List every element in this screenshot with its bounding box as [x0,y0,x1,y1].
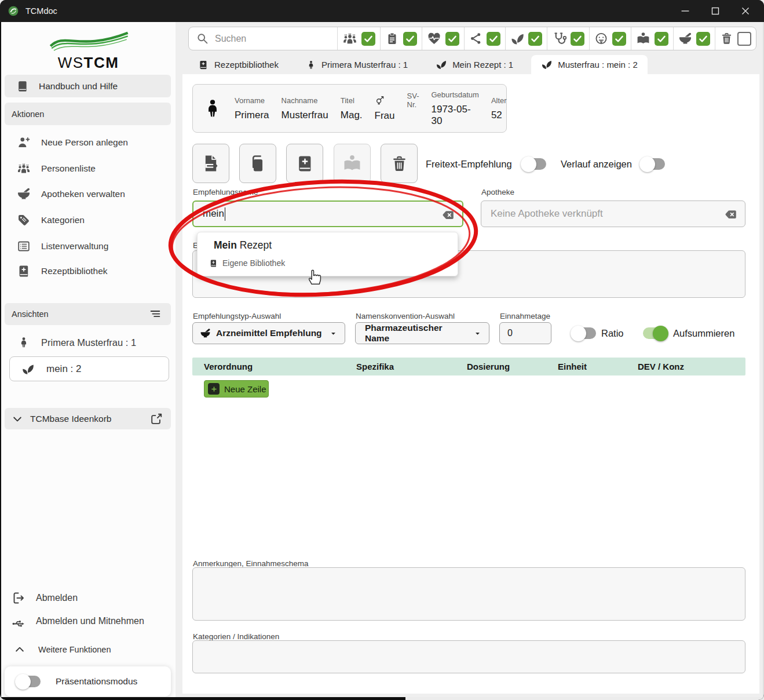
save-to-library-button[interactable] [286,144,323,183]
sidebar-item-weitere-funktionen[interactable]: Weitere Funktionen [5,640,171,659]
tab-primera-musterfrau[interactable]: Primera Musterfrau : 1 [297,55,418,74]
empfehlungstyp-select[interactable]: Arzneimittel Empfehlung [192,322,345,344]
stethoscope-icon [552,31,566,46]
filter-checkbox-trash[interactable] [737,32,751,46]
anmerkungen-textarea[interactable] [192,567,745,621]
tab-rezeptbibliothek[interactable]: Rezeptbibliothek [188,55,288,74]
sidebar-item-label: Neue Person anlegen [41,137,128,148]
sidebar-item-kategorien[interactable]: Kategorien [5,208,171,232]
maximize-icon [709,5,722,17]
export-recommendation-button[interactable] [192,144,229,183]
sidebar-item-listenverwaltung[interactable]: Listenverwaltung [5,234,171,258]
prescription-table-header: Verordnung Spezifika Dosierung Einheit D… [192,358,745,375]
einnahmetage-input[interactable]: 0 [499,322,551,344]
people-group-icon [342,31,357,46]
filter-group-tongue[interactable] [589,27,631,50]
view-item-label: Primera Musterfrau : 1 [41,337,136,348]
list-icon [17,239,31,253]
tab-mein-rezept[interactable]: Mein Rezept : 1 [426,55,523,74]
kategorien-textarea[interactable] [192,640,745,673]
view-item-mein-selected[interactable]: mein : 2 [9,356,169,381]
einnahmetage-value: 0 [507,328,513,338]
app-logo-icon [8,5,19,17]
check-icon [572,34,583,44]
filter-checkbox-pharmacy[interactable] [696,32,710,46]
filter-checkbox-anamnesis[interactable] [403,32,417,46]
filter-checkbox-diagnosis[interactable] [571,32,584,46]
filter-group-vitals[interactable] [422,27,464,50]
suggestion-source: Eigene Bibliothek [209,258,285,268]
filter-group-anamnesis[interactable] [380,27,422,50]
filter-checkbox-persons[interactable] [361,32,375,46]
person-icon [306,60,316,70]
einnahmetage-label: Einnahmetage [500,312,550,320]
sidebar-item-neue-person[interactable]: Neue Person anlegen [5,130,171,155]
minimize-button[interactable] [670,0,700,22]
hand-cursor-icon [305,265,323,285]
empfehlungsname-label: Empfehlungsname [193,188,258,196]
main-area: Suchen [176,22,763,697]
presentation-mode-toggle[interactable] [16,676,41,687]
patient-field-titel: Titel Mag. [341,96,363,121]
close-icon [739,5,752,17]
tab-bar: Rezeptbibliothek Primera Musterfrau : 1 … [188,55,648,74]
sidebar-item-handbuch[interactable]: Handbuch und Hilfe [5,75,171,97]
aufsummieren-toggle[interactable] [643,327,667,339]
filter-group-share[interactable] [464,27,505,50]
trash-icon [720,32,733,45]
sidebar-item-abmelden-mitnehmen[interactable]: Abmelden und Mitnehmen [5,611,171,632]
filter-checkbox-recipes[interactable] [528,32,542,46]
filter-checkbox-vitals[interactable] [445,32,459,46]
sort-icon[interactable] [149,308,162,320]
apotheke-input[interactable]: Keine Apotheke verknüpft [481,200,745,227]
filter-group-persons[interactable] [337,27,380,50]
column-einheit: Einheit [558,358,587,375]
seedling-icon [21,363,34,375]
sidebar-item-label: Abmelden und Mitnehmen [36,616,144,626]
sidebar-item-label: Rezeptbibliothek [41,266,108,276]
namenskonvention-select[interactable]: Pharmazeutischer Name [355,322,489,344]
sidebar-item-personenliste[interactable]: Personenliste [5,156,171,181]
patient-field-nachname: Nachname Musterfrau [282,96,328,121]
export-document-icon [201,154,221,173]
apotheke-label: Apotheke [481,188,514,196]
seedling-icon [541,59,552,70]
filter-group-recipes[interactable] [505,27,547,50]
ratio-toggle[interactable] [572,327,596,339]
filter-checkbox-tongue[interactable] [612,32,626,46]
logo-text-ws: WS [58,54,84,71]
book-reader-icon [636,31,650,46]
copy-recommendation-button[interactable] [239,144,276,183]
filter-group-diagnosis[interactable] [547,27,589,50]
empfehlungsname-input[interactable]: mein [192,200,463,227]
maximize-button[interactable] [700,0,730,22]
patient-field-svnr: SV-Nr. [407,92,419,125]
external-link-icon[interactable] [150,413,163,425]
filter-checkbox-library[interactable] [655,32,668,46]
verlauf-toggle[interactable] [641,158,665,170]
filter-group-pharmacy[interactable] [673,27,715,50]
clear-field-icon[interactable] [724,208,738,221]
tab-label: Rezeptbibliothek [214,60,279,70]
delete-recommendation-button[interactable] [381,144,418,183]
presentation-mode-card: Präsentationsmodus [5,666,171,697]
sidebar-item-abmelden[interactable]: Abmelden [5,588,171,608]
suggestion-item[interactable]: Mein Rezept [214,239,272,251]
chevron-down-icon[interactable] [12,413,23,425]
clear-field-icon[interactable] [441,209,455,221]
tab-label: Mein Rezept : 1 [452,60,513,70]
filter-group-library[interactable] [631,27,673,50]
filter-checkbox-share[interactable] [487,32,500,46]
tab-musterfrau-mein-active[interactable]: Musterfrau : mein : 2 [531,55,648,74]
search-input[interactable]: Suchen [189,27,337,50]
close-button[interactable] [730,0,761,22]
filter-group-trash[interactable] [715,27,756,50]
sidebar-item-apotheken[interactable]: Apotheken verwalten [5,182,171,206]
check-icon [698,34,708,44]
sidebar-item-tcmbase[interactable]: TCMbase Ideenkorb [5,408,171,429]
view-item-primera-musterfrau[interactable]: Primera Musterfrau : 1 [5,332,171,353]
open-library-button[interactable] [334,144,371,183]
sidebar-item-rezeptbibliothek[interactable]: Rezeptbibliothek [5,259,171,283]
new-row-button[interactable]: Neue Zeile [204,380,269,398]
freitext-toggle[interactable] [522,158,546,170]
